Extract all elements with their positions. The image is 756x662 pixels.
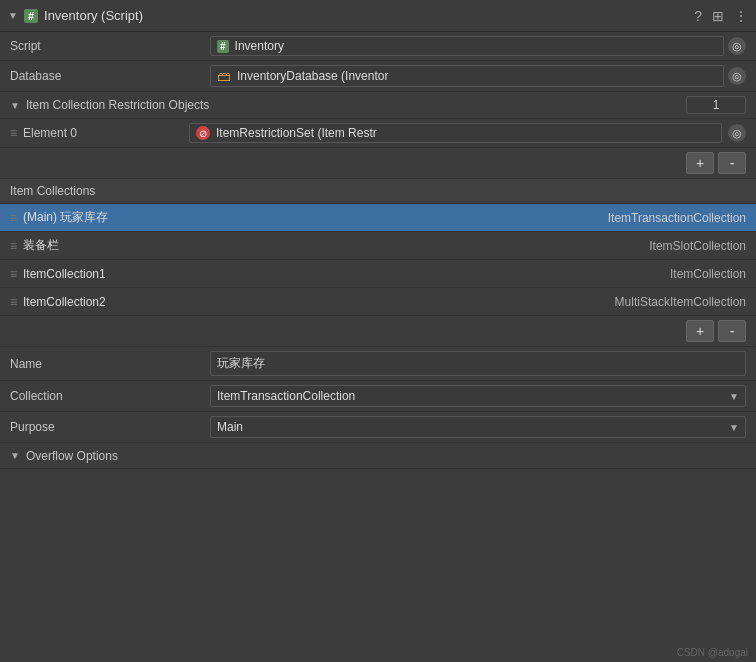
script-label: Script [10,39,210,53]
collections-btn-row: + - [0,316,756,347]
restriction-add-btn[interactable]: + [686,152,714,174]
name-value-container: 玩家库存 [210,351,746,376]
collection-dropdown[interactable]: ItemTransactionCollection ▼ [210,385,746,407]
title-bar: ▼ # Inventory (Script) ? ⊞ ⋮ [0,0,756,32]
collection-list-item[interactable]: ≡ (Main) 玩家库存 ItemTransactionCollection [0,204,756,232]
collection-item-name-0: (Main) 玩家库存 [23,209,602,226]
collection-label: Collection [10,389,210,403]
collection-dropdown-text: ItemTransactionCollection [217,389,729,403]
item-collections-label: Item Collections [10,184,95,198]
settings-icon[interactable]: ⊞ [712,8,724,24]
purpose-value-container: Main ▼ [210,416,746,438]
overflow-foldout-arrow: ▼ [10,450,20,461]
collection-item-type-0: ItemTransactionCollection [608,211,746,225]
restriction-foldout-label: Item Collection Restriction Objects [26,98,680,112]
collections-remove-btn[interactable]: - [718,320,746,342]
name-input[interactable]: 玩家库存 [210,351,746,376]
overflow-foldout-label: Overflow Options [26,449,746,463]
purpose-label: Purpose [10,420,210,434]
database-field[interactable]: 🗃 InventoryDatabase (Inventor [210,65,724,87]
purpose-row: Purpose Main ▼ [0,412,756,443]
purpose-dropdown-arrow: ▼ [729,422,739,433]
window-title: Inventory (Script) [44,8,688,23]
database-value-text: InventoryDatabase (Inventor [237,69,388,83]
script-value-container: # Inventory ◎ [210,36,746,56]
menu-icon[interactable]: ⋮ [734,8,748,24]
collection-item-name-3: ItemCollection2 [23,295,609,309]
collection-list-item[interactable]: ≡ ItemCollection2 MultiStackItemCollecti… [0,288,756,316]
script-hash-badge-title: # [24,9,38,23]
collection-drag-handle-3: ≡ [10,295,17,309]
restriction-remove-btn[interactable]: - [718,152,746,174]
item-collections-header: Item Collections [0,179,756,204]
help-icon[interactable]: ? [694,8,702,24]
collection-item-type-2: ItemCollection [670,267,746,281]
name-row: Name 玩家库存 [0,347,756,381]
collection-dropdown-arrow: ▼ [729,391,739,402]
collection-drag-handle-1: ≡ [10,239,17,253]
collection-item-type-1: ItemSlotCollection [649,239,746,253]
collection-list-item[interactable]: ≡ ItemCollection1 ItemCollection [0,260,756,288]
collection-drag-handle-0: ≡ [10,211,17,225]
restriction-btn-row: + - [0,148,756,179]
database-target-btn[interactable]: ◎ [728,67,746,85]
script-target-btn[interactable]: ◎ [728,37,746,55]
restriction-foldout-count[interactable]: 1 [686,96,746,114]
collection-list-item[interactable]: ≡ 装备栏 ItemSlotCollection [0,232,756,260]
name-label: Name [10,357,210,371]
purpose-dropdown-text: Main [217,420,729,434]
restriction-drag-handle: ≡ [10,126,17,140]
script-value-text: Inventory [235,39,284,53]
purpose-dropdown[interactable]: Main ▼ [210,416,746,438]
database-row: Database 🗃 InventoryDatabase (Inventor ◎ [0,61,756,92]
foldout-arrow-title[interactable]: ▼ [8,10,18,21]
restriction-element-value: ItemRestrictionSet (Item Restr [216,126,377,140]
restriction-foldout-arrow: ▼ [10,100,20,111]
collection-item-name-1: 装备栏 [23,237,643,254]
restriction-element-field[interactable]: ⊘ ItemRestrictionSet (Item Restr [189,123,722,143]
overflow-foldout-header[interactable]: ▼ Overflow Options [0,443,756,469]
script-field[interactable]: # Inventory [210,36,724,56]
script-row: Script # Inventory ◎ [0,32,756,61]
collection-value-container: ItemTransactionCollection ▼ [210,385,746,407]
collection-row: Collection ItemTransactionCollection ▼ [0,381,756,412]
database-value-container: 🗃 InventoryDatabase (Inventor ◎ [210,65,746,87]
collection-item-type-3: MultiStackItemCollection [615,295,746,309]
script-hash-icon: # [217,40,229,53]
restriction-element-row: ≡ Element 0 ⊘ ItemRestrictionSet (Item R… [0,119,756,148]
database-label: Database [10,69,210,83]
collections-add-btn[interactable]: + [686,320,714,342]
collection-item-name-2: ItemCollection1 [23,267,664,281]
title-icon-group: ? ⊞ ⋮ [694,8,748,24]
database-icon: 🗃 [217,68,231,84]
watermark: CSDN @adogai [677,647,748,658]
restriction-foldout-header[interactable]: ▼ Item Collection Restriction Objects 1 [0,92,756,119]
item-collections-list: ≡ (Main) 玩家库存 ItemTransactionCollection … [0,204,756,316]
collection-drag-handle-2: ≡ [10,267,17,281]
restriction-icon: ⊘ [196,126,210,140]
restriction-element-label: Element 0 [23,126,183,140]
restriction-element-target-btn[interactable]: ◎ [728,124,746,142]
